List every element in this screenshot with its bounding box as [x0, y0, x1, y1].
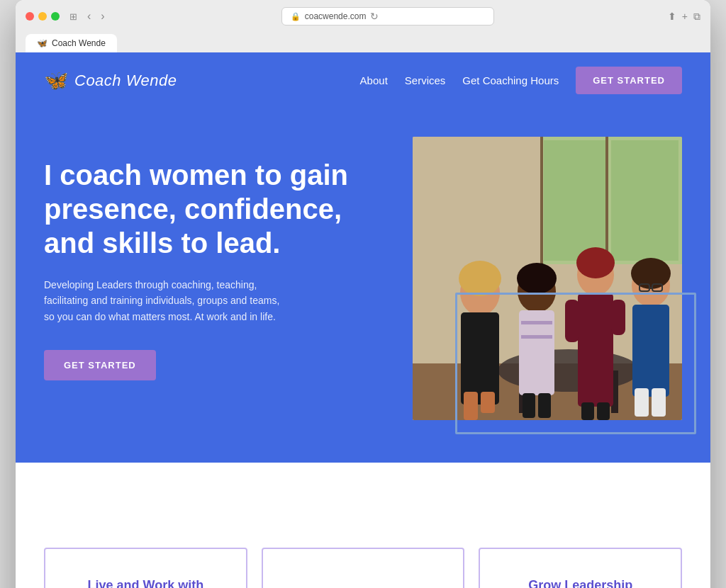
card-leadership: Grow Leadership Presence [479, 548, 682, 588]
browser-chrome: ⊞ ‹ › 🔒 coacwende.com ↻ ⬆ + ⧉ 🦋 Coach W [16, 0, 710, 52]
nav-cta-button[interactable]: GET STARTED [576, 67, 682, 94]
nav-links: About Services Get Coaching Hours GET ST… [360, 67, 682, 94]
butterfly-icon: 🦋 [44, 69, 69, 92]
url-text: coacwende.com [305, 11, 367, 21]
svg-point-16 [517, 263, 557, 294]
svg-rect-3 [611, 140, 678, 261]
hero-image-container [413, 137, 682, 420]
new-tab-icon[interactable]: + [682, 11, 688, 23]
browser-actions: ⬆ + ⧉ [668, 11, 700, 23]
below-hero-section [16, 463, 710, 533]
logo-text: Coach Wende [74, 72, 177, 90]
browser-window: ⊞ ‹ › 🔒 coacwende.com ↻ ⬆ + ⧉ 🦋 Coach W [16, 0, 710, 588]
nav-services[interactable]: Services [405, 74, 446, 86]
hero-body: I coach women to gain presence, confiden… [16, 108, 710, 463]
svg-point-11 [459, 261, 501, 296]
share-icon[interactable]: ⬆ [668, 11, 676, 23]
image-border-decoration [455, 293, 696, 434]
address-bar-wrapper: 🔒 coacwende.com ↻ [115, 7, 661, 26]
browser-controls: ⊞ ‹ › [67, 9, 108, 24]
fullscreen-button[interactable] [51, 12, 60, 21]
cards-section: Live and Work with Purpose Gain Confiden… [16, 533, 710, 588]
tab-grid-icon[interactable]: ⊞ [67, 10, 80, 23]
hero-subtitle: Developing Leaders through coaching, tea… [44, 277, 285, 324]
nav-about[interactable]: About [360, 74, 388, 86]
active-tab[interactable]: 🦋 Coach Wende [26, 34, 117, 52]
close-button[interactable] [26, 12, 34, 21]
reload-icon[interactable]: ↻ [370, 11, 379, 22]
traffic-lights [26, 12, 60, 21]
forward-button[interactable]: › [98, 9, 107, 24]
lock-icon: 🔒 [291, 12, 301, 21]
svg-point-30 [631, 258, 671, 289]
tab-favicon: 🦋 [37, 38, 48, 48]
tab-title: Coach Wende [52, 38, 106, 48]
svg-rect-5 [605, 137, 608, 264]
card-purpose-title: Live and Work with Purpose [67, 577, 225, 588]
nav-coaching-hours[interactable]: Get Coaching Hours [462, 74, 559, 86]
svg-rect-4 [540, 137, 543, 264]
address-bar[interactable]: 🔒 coacwende.com ↻ [281, 7, 494, 26]
hero-title: I coach women to gain presence, confiden… [44, 158, 384, 260]
card-leadership-title: Grow Leadership Presence [501, 577, 659, 588]
minimize-button[interactable] [38, 12, 47, 21]
logo[interactable]: 🦋 Coach Wende [44, 69, 177, 92]
svg-rect-2 [544, 140, 608, 261]
card-purpose: Live and Work with Purpose [44, 548, 247, 588]
windows-icon[interactable]: ⧉ [693, 11, 700, 23]
navigation: 🦋 Coach Wende About Services Get Coachin… [16, 52, 710, 108]
browser-top-bar: ⊞ ‹ › 🔒 coacwende.com ↻ ⬆ + ⧉ [26, 7, 700, 26]
browser-tab-bar: 🦋 Coach Wende [26, 31, 700, 52]
svg-point-23 [576, 247, 615, 278]
back-button[interactable]: ‹ [84, 9, 94, 24]
site-content: 🦋 Coach Wende About Services Get Coachin… [16, 52, 710, 588]
hero-text: I coach women to gain presence, confiden… [44, 137, 384, 380]
hero-cta-button[interactable]: GET STARTED [44, 350, 156, 380]
card-confidence: Gain Confidence [262, 548, 465, 588]
hero-section: 🦋 Coach Wende About Services Get Coachin… [16, 52, 710, 463]
